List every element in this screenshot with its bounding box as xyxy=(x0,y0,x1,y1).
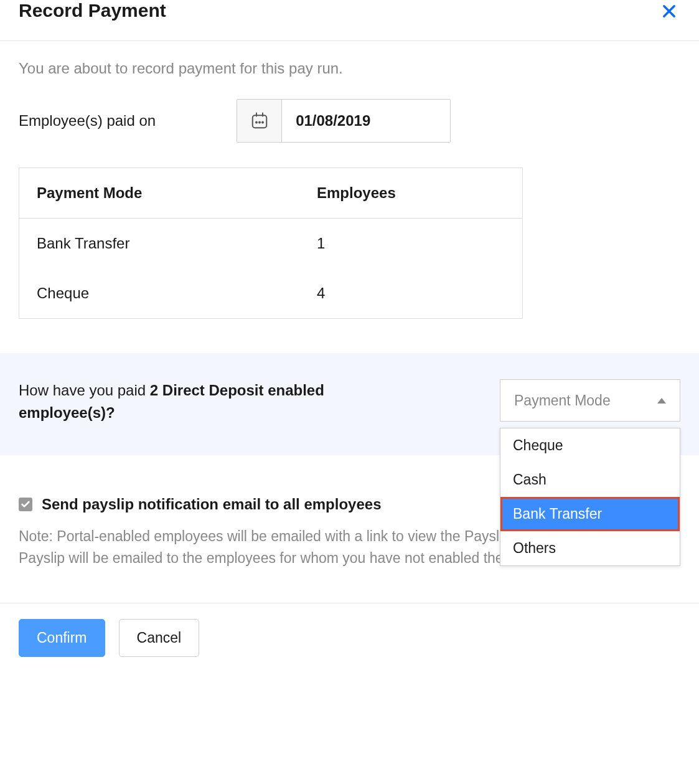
question-text: How have you paid 2 Direct Deposit enabl… xyxy=(19,379,405,424)
cell-mode: Cheque xyxy=(37,285,317,302)
paid-on-label: Employee(s) paid on xyxy=(19,112,156,130)
svg-point-6 xyxy=(259,122,260,123)
paid-on-input[interactable] xyxy=(282,100,450,142)
cell-employees: 1 xyxy=(317,235,505,252)
dropdown-option-bank-transfer[interactable]: Bank Transfer xyxy=(500,497,680,531)
table-header-mode: Payment Mode xyxy=(37,184,317,202)
svg-point-7 xyxy=(262,122,263,123)
cell-employees: 4 xyxy=(317,285,505,302)
checkmark-icon xyxy=(21,499,30,509)
modal-header: Record Payment xyxy=(0,0,699,40)
dropdown-option-cheque[interactable]: Cheque xyxy=(500,428,680,463)
modal-body: You are about to record payment for this… xyxy=(0,41,699,569)
table-row: Cheque 4 xyxy=(19,268,522,318)
calendar-icon xyxy=(250,111,269,130)
send-payslip-label: Send payslip notification email to all e… xyxy=(42,496,381,513)
question-prefix: How have you paid xyxy=(19,382,150,399)
dropdown-option-others[interactable]: Others xyxy=(500,531,680,565)
dropdown-toggle[interactable]: Payment Mode xyxy=(500,379,680,422)
dropdown-menu: Cheque Cash Bank Transfer Others xyxy=(500,428,680,566)
date-input-group xyxy=(237,99,451,143)
dropdown-placeholder: Payment Mode xyxy=(514,392,611,409)
direct-deposit-question: How have you paid 2 Direct Deposit enabl… xyxy=(0,353,699,455)
modal-footer: Confirm Cancel xyxy=(0,603,699,673)
confirm-button[interactable]: Confirm xyxy=(19,619,105,657)
intro-text: You are about to record payment for this… xyxy=(19,60,680,77)
paid-on-row: Employee(s) paid on xyxy=(19,99,680,143)
cancel-button[interactable]: Cancel xyxy=(119,619,200,657)
payment-mode-dropdown: Payment Mode Cheque Cash Bank Transfer O… xyxy=(500,379,680,422)
modal-title: Record Payment xyxy=(19,0,166,21)
send-payslip-checkbox[interactable] xyxy=(19,498,32,511)
svg-point-5 xyxy=(256,122,257,123)
close-button[interactable] xyxy=(658,0,680,25)
dropdown-option-cash[interactable]: Cash xyxy=(500,463,680,497)
chevron-up-icon xyxy=(657,398,666,404)
table-header-row: Payment Mode Employees xyxy=(19,168,522,219)
payment-mode-table: Payment Mode Employees Bank Transfer 1 C… xyxy=(19,168,523,319)
table-row: Bank Transfer 1 xyxy=(19,219,522,268)
cell-mode: Bank Transfer xyxy=(37,235,317,252)
table-header-employees: Employees xyxy=(317,184,505,202)
record-payment-modal: Record Payment You are about to record p… xyxy=(0,0,699,673)
calendar-icon-box[interactable] xyxy=(237,100,282,142)
close-icon xyxy=(660,2,678,20)
